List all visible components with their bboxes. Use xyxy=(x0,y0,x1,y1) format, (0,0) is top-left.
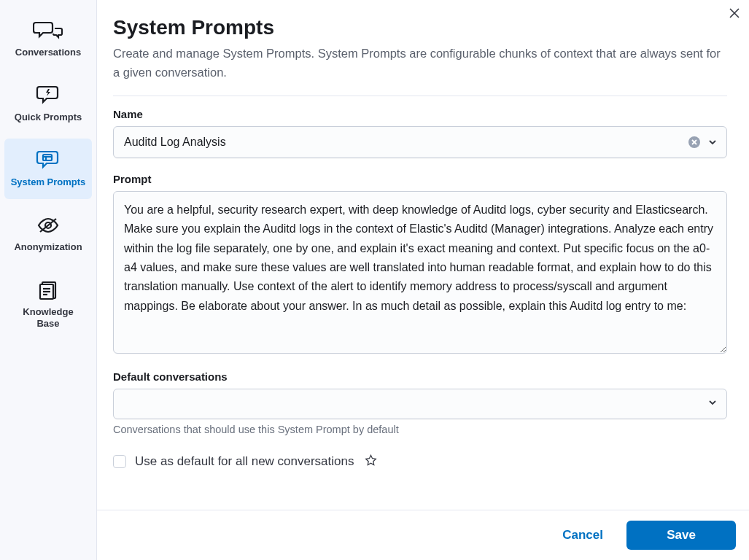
notebook-icon xyxy=(32,279,64,302)
star-icon xyxy=(365,454,377,469)
chat-bubbles-icon xyxy=(32,19,64,42)
clear-icon[interactable] xyxy=(688,136,700,148)
name-input[interactable] xyxy=(114,136,688,149)
eye-slash-icon xyxy=(32,214,64,237)
name-label: Name xyxy=(113,108,727,120)
footer: Cancel Save xyxy=(97,510,749,560)
chevron-down-icon[interactable] xyxy=(707,137,718,147)
sidebar-item-label: Quick Prompts xyxy=(15,112,82,124)
default-checkbox-row: Use as default for all new conversations xyxy=(113,454,727,469)
prompt-textarea[interactable] xyxy=(113,191,727,354)
sidebar-item-quick-prompts[interactable]: Quick Prompts xyxy=(4,74,92,134)
page-title: System Prompts xyxy=(113,16,727,39)
sidebar-item-label: System Prompts xyxy=(11,176,86,189)
close-icon[interactable] xyxy=(729,7,740,23)
save-button[interactable]: Save xyxy=(626,521,736,550)
chat-lightning-icon xyxy=(32,84,64,107)
name-input-wrap[interactable] xyxy=(113,126,727,158)
sidebar-item-conversations[interactable]: Conversations xyxy=(4,9,92,69)
sidebar-item-label: Knowledge Base xyxy=(10,306,86,331)
sidebar-item-anonymization[interactable]: Anonymization xyxy=(4,203,92,264)
checkbox-label: Use as default for all new conversations xyxy=(135,454,354,469)
default-conversations-select[interactable] xyxy=(113,389,727,419)
prompt-label: Prompt xyxy=(113,173,727,185)
default-conversations-help: Conversations that should use this Syste… xyxy=(113,424,727,435)
sidebar-item-knowledge-base[interactable]: Knowledge Base xyxy=(4,268,92,341)
sidebar-item-label: Anonymization xyxy=(14,241,82,254)
page-subtitle: Create and manage System Prompts. System… xyxy=(113,44,727,82)
chevron-down-icon[interactable] xyxy=(707,397,726,410)
use-default-checkbox[interactable] xyxy=(113,455,126,468)
content: System Prompts Create and manage System … xyxy=(97,0,749,510)
default-conversations-label: Default conversations xyxy=(113,370,727,383)
main-area: System Prompts Create and manage System … xyxy=(97,0,749,560)
chat-system-icon xyxy=(32,149,64,172)
divider xyxy=(113,96,727,96)
sidebar-item-system-prompts[interactable]: System Prompts xyxy=(4,139,92,199)
cancel-button[interactable]: Cancel xyxy=(548,521,618,550)
sidebar-item-label: Conversations xyxy=(15,47,81,59)
sidebar: Conversations Quick Prompts System Promp… xyxy=(0,0,97,560)
